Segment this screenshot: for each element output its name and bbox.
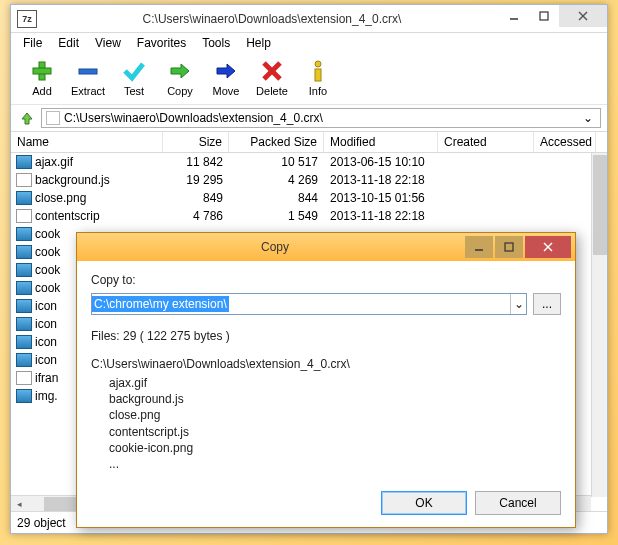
image-file-icon bbox=[16, 191, 32, 205]
script-file-icon bbox=[16, 173, 32, 187]
svg-rect-1 bbox=[540, 12, 548, 20]
copy-to-value: C:\chrome\my extension\ bbox=[92, 296, 229, 312]
script-file-icon bbox=[16, 371, 32, 385]
minus-icon bbox=[76, 59, 100, 83]
table-row[interactable]: background.js19 2954 2692013-11-18 22:18 bbox=[11, 171, 607, 189]
table-row[interactable]: close.png8498442013-10-15 01:56 bbox=[11, 189, 607, 207]
ok-button[interactable]: OK bbox=[381, 491, 467, 515]
pathbar: C:\Users\winaero\Downloads\extension_4_0… bbox=[11, 105, 607, 131]
cancel-button[interactable]: Cancel bbox=[475, 491, 561, 515]
image-file-icon bbox=[16, 227, 32, 241]
path-input[interactable]: C:\Users\winaero\Downloads\extension_4_0… bbox=[41, 108, 601, 128]
image-file-icon bbox=[16, 335, 32, 349]
image-file-icon bbox=[16, 299, 32, 313]
file-size: 11 842 bbox=[163, 155, 229, 169]
add-button[interactable]: Add bbox=[19, 57, 65, 99]
col-modified[interactable]: Modified bbox=[324, 132, 438, 152]
file-modified: 2013-11-18 22:18 bbox=[324, 173, 438, 187]
copy-label: Copy bbox=[167, 85, 193, 97]
image-file-icon bbox=[16, 263, 32, 277]
test-label: Test bbox=[124, 85, 144, 97]
svg-point-9 bbox=[315, 61, 321, 67]
maximize-button[interactable] bbox=[529, 5, 559, 27]
minimize-button[interactable] bbox=[499, 5, 529, 27]
file-modified: 2013-11-18 22:18 bbox=[324, 209, 438, 223]
list-item: cookie-icon.png bbox=[109, 440, 561, 456]
dialog-minimize-button[interactable] bbox=[465, 236, 493, 258]
svg-rect-5 bbox=[33, 68, 51, 74]
copy-button[interactable]: Copy bbox=[157, 57, 203, 99]
list-item: contentscript.js bbox=[109, 424, 561, 440]
copy-dialog: Copy Copy to: C:\chrome\my extension\ ⌄ … bbox=[76, 232, 576, 528]
extract-label: Extract bbox=[71, 85, 105, 97]
col-size[interactable]: Size bbox=[163, 132, 229, 152]
file-name: background.js bbox=[35, 173, 163, 187]
close-button[interactable] bbox=[559, 5, 607, 27]
vertical-scrollbar[interactable] bbox=[591, 153, 607, 497]
dialog-maximize-button[interactable] bbox=[495, 236, 523, 258]
file-packed: 1 549 bbox=[229, 209, 324, 223]
table-row[interactable]: contentscrip4 7861 5492013-11-18 22:18 bbox=[11, 207, 607, 225]
image-file-icon bbox=[16, 281, 32, 295]
file-modified: 2013-06-15 10:10 bbox=[324, 155, 438, 169]
copy-to-input[interactable]: C:\chrome\my extension\ ⌄ bbox=[91, 293, 527, 315]
file-modified: 2013-10-15 01:56 bbox=[324, 191, 438, 205]
col-packed[interactable]: Packed Size bbox=[229, 132, 324, 152]
delete-button[interactable]: Delete bbox=[249, 57, 295, 99]
titlebar[interactable]: 7z C:\Users\winaero\Downloads\extension_… bbox=[11, 5, 607, 33]
menu-favorites[interactable]: Favorites bbox=[129, 34, 194, 52]
file-size: 4 786 bbox=[163, 209, 229, 223]
image-file-icon bbox=[16, 317, 32, 331]
menu-file[interactable]: File bbox=[15, 34, 50, 52]
image-file-icon bbox=[16, 353, 32, 367]
file-size: 19 295 bbox=[163, 173, 229, 187]
info-button[interactable]: Info bbox=[295, 57, 341, 99]
image-file-icon bbox=[16, 389, 32, 403]
scroll-thumb[interactable] bbox=[593, 155, 607, 255]
list-item: ... bbox=[109, 456, 561, 472]
window-title: C:\Users\winaero\Downloads\extension_4_0… bbox=[45, 12, 499, 26]
info-label: Info bbox=[309, 85, 327, 97]
plus-icon bbox=[30, 59, 54, 83]
browse-button[interactable]: ... bbox=[533, 293, 561, 315]
delete-label: Delete bbox=[256, 85, 288, 97]
file-name: ajax.gif bbox=[35, 155, 163, 169]
menu-tools[interactable]: Tools bbox=[194, 34, 238, 52]
image-file-icon bbox=[16, 155, 32, 169]
move-label: Move bbox=[213, 85, 240, 97]
extract-button[interactable]: Extract bbox=[65, 57, 111, 99]
image-file-icon bbox=[16, 245, 32, 259]
copy-to-label: Copy to: bbox=[91, 273, 561, 287]
up-button[interactable] bbox=[17, 108, 37, 128]
test-button[interactable]: Test bbox=[111, 57, 157, 99]
svg-rect-10 bbox=[315, 69, 321, 81]
col-name[interactable]: Name bbox=[11, 132, 163, 152]
check-icon bbox=[122, 59, 146, 83]
svg-rect-12 bbox=[505, 243, 513, 251]
file-size: 849 bbox=[163, 191, 229, 205]
dialog-close-button[interactable] bbox=[525, 236, 571, 258]
menu-help[interactable]: Help bbox=[238, 34, 279, 52]
scroll-left-icon[interactable]: ◂ bbox=[11, 496, 27, 512]
file-listing: ajax.gifbackground.jsclose.pngcontentscr… bbox=[91, 375, 561, 472]
toolbar: Add Extract Test Copy Move Delete Info bbox=[11, 53, 607, 105]
path-dropdown-icon[interactable]: ⌄ bbox=[580, 111, 596, 125]
column-headers: Name Size Packed Size Modified Created A… bbox=[11, 131, 607, 153]
source-path: C:\Users\winaero\Downloads\extension_4_0… bbox=[91, 357, 561, 371]
table-row[interactable]: ajax.gif11 84210 5172013-06-15 10:10 bbox=[11, 153, 607, 171]
col-accessed[interactable]: Accessed bbox=[534, 132, 596, 152]
info-icon bbox=[306, 59, 330, 83]
move-button[interactable]: Move bbox=[203, 57, 249, 99]
list-item: background.js bbox=[109, 391, 561, 407]
x-icon bbox=[260, 59, 284, 83]
move-arrow-icon bbox=[214, 59, 238, 83]
file-name: close.png bbox=[35, 191, 163, 205]
menu-edit[interactable]: Edit bbox=[50, 34, 87, 52]
dialog-titlebar[interactable]: Copy bbox=[77, 233, 575, 261]
copy-to-dropdown-icon[interactable]: ⌄ bbox=[510, 294, 526, 314]
svg-rect-6 bbox=[79, 69, 97, 74]
menu-view[interactable]: View bbox=[87, 34, 129, 52]
files-summary: Files: 29 ( 122 275 bytes ) bbox=[91, 329, 561, 343]
file-name: contentscrip bbox=[35, 209, 163, 223]
col-created[interactable]: Created bbox=[438, 132, 534, 152]
